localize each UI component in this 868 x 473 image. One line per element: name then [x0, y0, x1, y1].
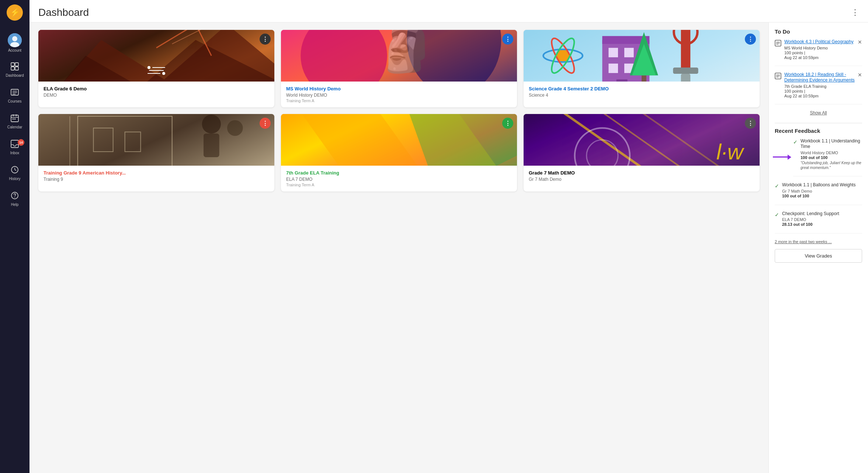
course-body-worldhist: MS World History Demo World History DEMO… — [281, 82, 517, 107]
course-card-worldhist[interactable]: ⋮ 🗿 — [281, 30, 517, 107]
courses-icon — [11, 88, 19, 98]
panel-divider-1 — [775, 123, 862, 123]
svg-rect-50 — [642, 75, 646, 82]
content-area: ⋮ — [29, 23, 868, 473]
course-card-training9[interactable]: ⋮ — [38, 114, 274, 191]
course-card-ela6[interactable]: ⋮ — [38, 30, 274, 107]
course-title-ela6: ELA Grade 6 Demo — [44, 86, 269, 92]
svg-rect-5 — [11, 67, 14, 70]
sidebar-label-help: Help — [11, 203, 19, 207]
feedback-check-2: ✓ — [775, 183, 779, 189]
feedback-content-3: Checkpoint: Lending Support ELA 7 DEMO 2… — [782, 211, 862, 228]
course-body-ela6: ELA Grade 6 Demo DEMO — [38, 82, 274, 102]
sidebar-label-calendar: Calendar — [7, 125, 22, 130]
course-card-math7[interactable]: ⋮ — [524, 114, 760, 191]
todo-content-2: Workbook 18.2 | Reading Skill - Determin… — [784, 72, 855, 98]
feedback-title-1: Workbook 1.1 | Understanding Time — [801, 138, 862, 150]
course-image-ela6: ⋮ — [38, 30, 274, 82]
todo-close-1[interactable]: ✕ — [858, 39, 862, 45]
view-grades-button[interactable]: View Grades — [775, 249, 862, 263]
feedback-item-3: ✓ Checkpoint: Lending Support ELA 7 DEMO… — [775, 211, 862, 234]
svg-point-59 — [202, 115, 221, 134]
svg-rect-60 — [204, 134, 219, 157]
svg-text:l·w: l·w — [716, 139, 745, 164]
help-icon — [11, 191, 19, 201]
feedback-quote-1: "Outstanding job, Julian! Keep up the gr… — [801, 160, 862, 170]
show-all-button[interactable]: Show All — [775, 110, 862, 115]
todo-date-2: Aug 22 at 10:59pm — [784, 94, 855, 98]
course-title-worldhist: MS World History Demo — [286, 86, 512, 92]
sidebar-label-history: History — [9, 177, 20, 181]
feedback-section-title: Recent Feedback — [775, 128, 862, 134]
course-card-science4[interactable]: ⋮ — [524, 30, 760, 107]
course-subtitle-ela6: DEMO — [44, 93, 269, 98]
course-subtitle-math7: Gr 7 Math Demo — [529, 177, 754, 182]
dashboard-icon — [11, 62, 19, 72]
svg-rect-4 — [15, 63, 18, 66]
course-card-ela7[interactable]: ⋮ — [281, 114, 517, 191]
feedback-check-1: ✓ — [793, 139, 798, 145]
todo-icon-1 — [775, 40, 781, 48]
todo-title-2[interactable]: Workbook 18.2 | Reading Skill - Determin… — [784, 72, 855, 83]
svg-rect-6 — [15, 67, 18, 70]
course-subtitle-science4: Science 4 — [529, 93, 754, 98]
feedback-item-2: ✓ Workbook 1.1 | Balloons and Weights Gr… — [775, 182, 862, 205]
course-menu-science4[interactable]: ⋮ — [745, 34, 756, 45]
logo-icon: ⚡ — [10, 8, 20, 17]
sidebar-item-history[interactable]: History — [0, 163, 29, 184]
sidebar-item-calendar[interactable]: Calendar — [0, 111, 29, 132]
todo-close-2[interactable]: ✕ — [858, 72, 862, 78]
course-subtitle-training9: Training 9 — [44, 177, 269, 182]
todo-item-2: Workbook 18.2 | Reading Skill - Determin… — [775, 72, 862, 104]
sidebar-item-account[interactable]: Account — [0, 30, 29, 56]
svg-point-61 — [227, 120, 243, 136]
course-body-science4: Science Grade 4 Semester 2 DEMO Science … — [524, 82, 760, 102]
course-menu-worldhist[interactable]: ⋮ — [502, 34, 513, 45]
course-image-science4: ⋮ — [524, 30, 760, 82]
svg-rect-34 — [681, 30, 691, 72]
feedback-course-1: World History DEMO — [801, 151, 862, 155]
course-body-ela7: 7th Grade ELA Training ELA 7 DEMO Traini… — [281, 166, 517, 191]
course-subtitle-ela7: ELA 7 DEMO — [286, 177, 512, 182]
feedback-content-2: Workbook 1.1 | Balloons and Weights Gr 7… — [782, 182, 862, 199]
course-menu-ela7[interactable]: ⋮ — [502, 118, 513, 129]
more-feedback-link[interactable]: 2 more in the past two weeks ... — [775, 239, 862, 244]
svg-rect-16 — [14, 118, 15, 120]
sidebar-item-courses[interactable]: Courses — [0, 85, 29, 107]
feedback-score-2: 100 out of 100 — [782, 194, 862, 198]
course-title-science4: Science Grade 4 Semester 2 DEMO — [529, 86, 754, 92]
svg-point-30 — [301, 30, 387, 82]
todo-date-1: Aug 22 at 10:59pm — [784, 55, 855, 60]
sidebar-item-help[interactable]: Help — [0, 189, 29, 210]
sidebar-label-account: Account — [8, 48, 21, 53]
feedback-title-3: Checkpoint: Lending Support — [782, 211, 862, 217]
svg-rect-45 — [617, 79, 628, 82]
courses-grid: ⋮ — [29, 23, 768, 473]
page-header: Dashboard ⋮ — [29, 0, 868, 23]
sidebar: ⚡ Account Dashboard — [0, 0, 29, 473]
sidebar-label-inbox: Inbox — [10, 151, 19, 155]
svg-text:🗿: 🗿 — [377, 30, 436, 75]
svg-rect-35 — [673, 68, 698, 74]
app-logo[interactable]: ⚡ — [7, 4, 23, 21]
page-title: Dashboard — [38, 7, 89, 18]
feedback-content-1: Workbook 1.1 | Understanding Time World … — [801, 138, 862, 170]
sidebar-item-dashboard[interactable]: Dashboard — [0, 59, 29, 81]
todo-item-1: Workbook 4.3 | Political Geography MS Wo… — [775, 39, 862, 66]
course-image-ela7: ⋮ — [281, 114, 517, 166]
course-image-worldhist: ⋮ 🗿 — [281, 30, 517, 82]
svg-point-1 — [12, 36, 17, 41]
sidebar-item-inbox[interactable]: 14 Inbox — [0, 137, 29, 158]
main-content: Dashboard ⋮ ⋮ — [29, 0, 868, 473]
course-menu-training9[interactable]: ⋮ — [260, 118, 271, 129]
header-menu-button[interactable]: ⋮ — [851, 8, 859, 17]
calendar-icon — [11, 114, 19, 124]
todo-course-2: 7th Grade ELA Training — [784, 84, 855, 89]
course-menu-math7[interactable]: ⋮ — [745, 118, 756, 129]
course-subtitle-worldhist: World History DEMO — [286, 93, 512, 98]
feedback-course-2: Gr 7 Math Demo — [782, 189, 862, 193]
svg-rect-36 — [681, 74, 691, 82]
sidebar-label-courses: Courses — [8, 99, 21, 104]
todo-title-1[interactable]: Workbook 4.3 | Political Geography — [784, 39, 855, 45]
course-menu-ela6[interactable]: ⋮ — [260, 34, 271, 45]
